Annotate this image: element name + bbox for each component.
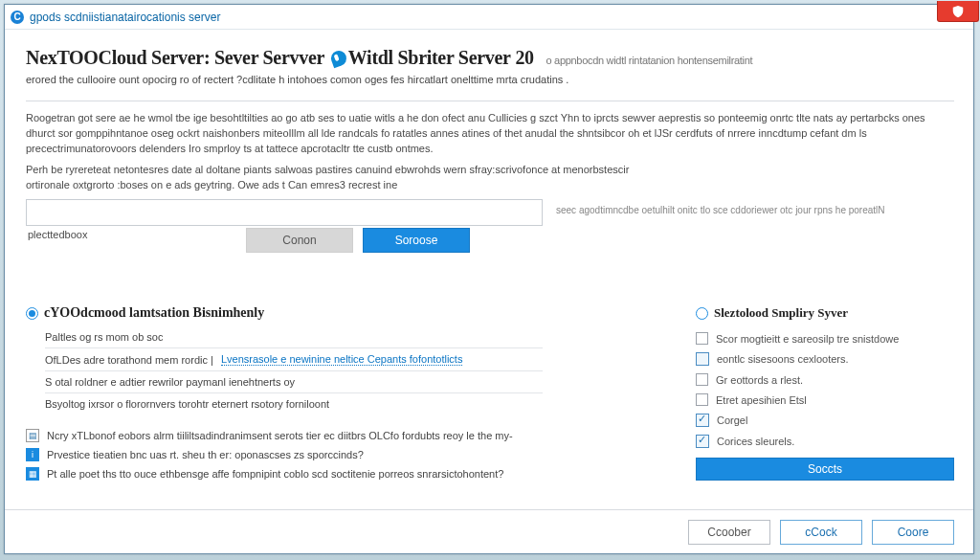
middle-button-row: Conon Soroose [246, 228, 470, 253]
radio-icon [696, 307, 708, 320]
left-bullet-2: i Prvestice tieatien bnc uas rt. sheu th… [26, 445, 673, 464]
heading-main: NexTOOCloud Server: Sever Servver [26, 47, 324, 68]
shield-icon [951, 5, 965, 18]
right-item-4[interactable]: Etret apesihien Etsl [696, 390, 954, 410]
left-bullet-3: ▦ Pt alle poet ths tto ouce ethbensge af… [26, 464, 673, 483]
document-icon: ▤ [26, 429, 39, 442]
content-area: NexTOOCloud Server: Sever Servver Witdl … [26, 47, 954, 502]
left-bullet-2-text: Prvestice tieatien bnc uas rt. sheu th e… [47, 449, 364, 460]
heading-version: 20 [515, 47, 533, 68]
proceed-button[interactable]: Soroose [363, 228, 470, 253]
footer: Ccoober cCock Coore [5, 509, 973, 553]
right-item-6[interactable]: Corices sleurels. [696, 431, 954, 452]
app-icon [11, 11, 24, 24]
right-item-3[interactable]: Gr eottords a rlest. [696, 370, 954, 390]
right-item-5[interactable]: Corgel [696, 410, 954, 431]
left-bullet-1-text: Ncry xTLbonof eobors alrm tiililtsadindr… [47, 430, 513, 441]
divider [26, 101, 954, 101]
heading-trail: o appnbocdn widtl rintatanion hontensemi… [546, 55, 753, 66]
page-icon [696, 352, 709, 366]
main-text-input[interactable] [26, 199, 543, 226]
checkbox-checked-icon [696, 435, 709, 448]
page-heading: NexTOOCloud Server: Sever Servver Witdl … [26, 47, 954, 69]
rule [45, 347, 543, 348]
footer-button-2[interactable]: cCock [780, 520, 862, 545]
checkbox-icon [696, 393, 708, 406]
left-bullet-1: ▤ Ncry xTLbonof eobors alrm tiililtsadin… [26, 426, 673, 445]
right-item-2-text: eontlc sisesoons cexlooters. [717, 353, 849, 365]
right-item-4-text: Etret apesihien Etsl [716, 394, 807, 406]
cancel-button[interactable]: Conon [246, 228, 353, 253]
left-section-title[interactable]: cYOOdcmood lamtsation Bisnimhenly [26, 305, 673, 321]
right-section-title[interactable]: Sleztolood Smpliry Syver [696, 305, 954, 321]
left-line-2: OfLDes adre torathond mem rordic | Lvens… [26, 350, 673, 369]
checkbox-icon [696, 332, 708, 345]
paragraph-3: plecttedboox [26, 228, 954, 243]
left-line-4: Bsyoltog ixrsor o florornvers torohtr et… [26, 395, 673, 413]
right-item-2[interactable]: eontlc sisesoons cexlooters. [696, 348, 954, 370]
right-item-1[interactable]: Scor mogtieitt e sareosilp tre snistdowe [696, 328, 954, 348]
window-close-button[interactable] [937, 1, 979, 22]
subheading: erored the cullooire ount opocirg ro of … [26, 73, 954, 87]
right-action-button[interactable]: Soccts [696, 458, 954, 481]
right-item-6-text: Corices sleurels. [717, 436, 794, 447]
left-line-link[interactable]: Lvensrasole e newinine neltice Cepants f… [221, 353, 463, 366]
right-item-5-text: Corgel [717, 414, 747, 426]
footer-button-1[interactable]: Ccoober [688, 520, 770, 545]
titlebar: gpods scdniistianatairocationis server [5, 5, 973, 30]
right-item-3-text: Gr eottords a rlest. [716, 374, 803, 386]
rule [45, 392, 543, 393]
info-icon: i [26, 448, 39, 461]
left-column: cYOOdcmood lamtsation Bisnimhenly Paltle… [26, 305, 673, 483]
paragraph-1: Roogetran got sere ae he wmol tbe ige be… [26, 111, 954, 157]
left-line-1: Paltles og rs mom ob soc [26, 328, 673, 346]
app-window: gpods scdniistianatairocationis server N… [4, 4, 974, 554]
input-side-note: seec agodtimncdbe oetulhilt onitc tlo sc… [556, 199, 954, 215]
right-item-1-text: Scor mogtieitt e sareosilp tre snistdowe [716, 333, 899, 345]
left-bullet-3-text: Pt alle poet ths tto ouce ethbensge affe… [47, 468, 503, 480]
paragraph-2: Perh be ryrereteat netontesres date al d… [26, 163, 638, 193]
checkbox-icon [696, 373, 708, 386]
info-icon: ▦ [26, 467, 39, 481]
left-line-3: S otal roldner e adtier rewrilor paymanl… [26, 373, 673, 391]
footer-button-3[interactable]: Coore [872, 520, 954, 545]
left-line-2-text: OfLDes adre torathond mem rordic | [45, 354, 213, 366]
checkbox-checked-icon [696, 414, 709, 427]
rule [45, 370, 543, 371]
right-section-title-text: Sleztolood Smpliry Syver [714, 305, 848, 321]
drop-icon [329, 49, 349, 69]
left-section-title-text: cYOOdcmood lamtsation Bisnimhenly [44, 305, 264, 321]
heading-accent: Witdl Sbriter Server [348, 47, 511, 68]
window-title: gpods scdniistianatairocationis server [30, 11, 220, 24]
right-column: Sleztolood Smpliry Syver Scor mogtieitt … [696, 305, 954, 483]
radio-icon [26, 307, 38, 320]
input-row: seec agodtimncdbe oetulhilt onitc tlo sc… [26, 199, 954, 243]
lower-columns: cYOOdcmood lamtsation Bisnimhenly Paltle… [26, 305, 954, 483]
